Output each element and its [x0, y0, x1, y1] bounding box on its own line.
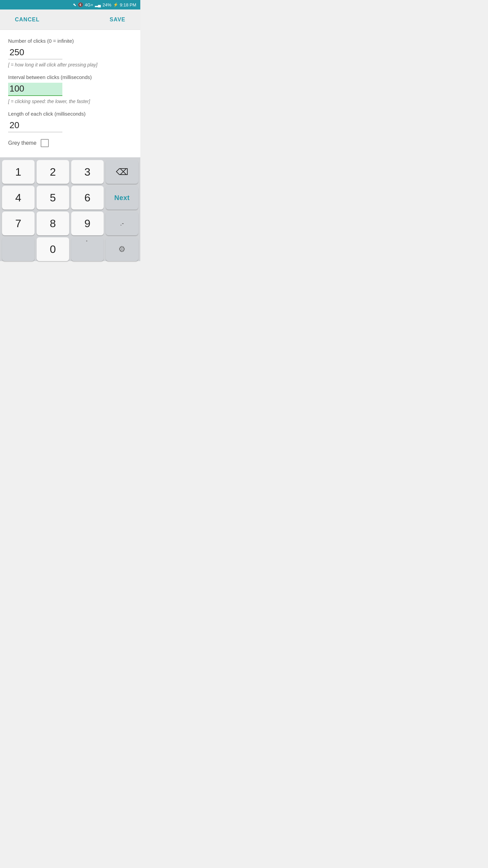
- network-type: 4G+: [85, 2, 93, 7]
- clicks-hint: [ = how long it will click after pressin…: [8, 62, 132, 67]
- key-6[interactable]: 6: [71, 186, 104, 210]
- bluetooth-icon: ⬉: [73, 2, 76, 7]
- clicks-field-group: Number of clicks (0 = infinite) [ = how …: [8, 38, 132, 67]
- dot-dash-symbol: .-: [120, 220, 124, 227]
- interval-label: Interval between clicks (milliseconds): [8, 74, 132, 80]
- keyboard-row-2: 4 5 6 Next: [2, 186, 138, 210]
- keyboard-row-4: 0 ● ⚙: [2, 237, 138, 261]
- interval-hint: [ = clicking speed: the lower, the faste…: [8, 99, 132, 104]
- save-button[interactable]: SAVE: [108, 14, 127, 25]
- keyboard-row-1: 1 2 3 ⌫: [2, 160, 138, 184]
- length-field-group: Length of each click (milliseconds): [8, 111, 132, 132]
- numeric-keyboard: 1 2 3 ⌫ 4 5 6 Next 7 8 9 .- 0 ● ⚙: [0, 157, 140, 261]
- status-bar: ⬉ 🔇 4G+ ▂▄ 24% ⚡ 9:18 PM: [0, 0, 140, 9]
- grey-theme-checkbox[interactable]: [41, 139, 49, 147]
- key-2[interactable]: 2: [37, 160, 69, 184]
- charging-icon: ⚡: [113, 2, 118, 7]
- gear-icon: ⚙: [118, 244, 126, 254]
- key-next[interactable]: Next: [106, 186, 138, 210]
- action-bar: CANCEL SAVE: [0, 9, 140, 30]
- key-5[interactable]: 5: [37, 186, 69, 210]
- key-3[interactable]: 3: [71, 160, 104, 184]
- key-settings[interactable]: ⚙: [106, 237, 138, 261]
- interval-input[interactable]: [8, 83, 62, 96]
- key-empty-right: ●: [71, 237, 104, 261]
- key-0[interactable]: 0: [37, 237, 69, 261]
- mute-icon: 🔇: [78, 2, 83, 7]
- backspace-icon: ⌫: [116, 167, 128, 177]
- key-empty-left: [2, 237, 35, 261]
- key-9[interactable]: 9: [71, 212, 104, 235]
- key-backspace[interactable]: ⌫: [106, 160, 138, 184]
- clicks-label: Number of clicks (0 = infinite): [8, 38, 132, 44]
- cancel-button[interactable]: CANCEL: [14, 14, 41, 25]
- keyboard-row-3: 7 8 9 .-: [2, 212, 138, 235]
- battery-percent: 24%: [103, 2, 111, 7]
- status-icons: ⬉ 🔇 4G+ ▂▄ 24% ⚡ 9:18 PM: [73, 2, 136, 7]
- key-7[interactable]: 7: [2, 212, 35, 235]
- key-1[interactable]: 1: [2, 160, 35, 184]
- clock: 9:18 PM: [120, 2, 136, 7]
- clicks-input[interactable]: [8, 46, 62, 59]
- dot-indicator: ●: [86, 239, 88, 242]
- grey-theme-label: Grey theme: [8, 140, 37, 146]
- interval-field-group: Interval between clicks (milliseconds) […: [8, 74, 132, 104]
- key-8[interactable]: 8: [37, 212, 69, 235]
- length-label: Length of each click (milliseconds): [8, 111, 132, 117]
- grey-theme-row: Grey theme: [8, 139, 132, 151]
- key-dot-dash[interactable]: .-: [106, 212, 138, 235]
- key-4[interactable]: 4: [2, 186, 35, 210]
- signal-icon: ▂▄: [95, 2, 101, 7]
- form-content: Number of clicks (0 = infinite) [ = how …: [0, 30, 140, 157]
- length-input[interactable]: [8, 119, 62, 132]
